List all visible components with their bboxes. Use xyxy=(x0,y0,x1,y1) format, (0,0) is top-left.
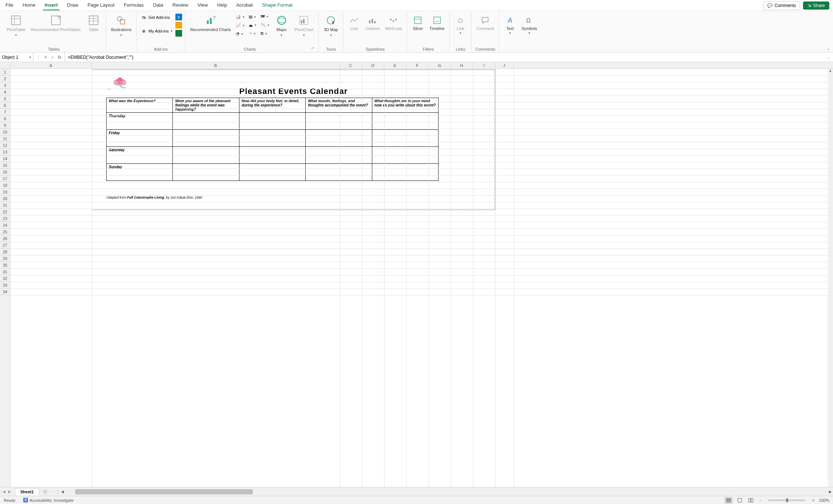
row-header[interactable]: 23 xyxy=(0,215,10,222)
row-header[interactable]: 32 xyxy=(0,275,10,282)
map-chart-button[interactable]: 🗺▾ xyxy=(259,14,271,20)
pie-chart-button[interactable]: ◔▾ xyxy=(235,31,246,37)
row-header[interactable]: 21 xyxy=(0,202,10,209)
column-header[interactable]: H xyxy=(451,62,473,68)
text-button[interactable]: A Text ▾ xyxy=(502,14,518,35)
zoom-slider-thumb[interactable] xyxy=(786,498,788,502)
row-header[interactable]: 14 xyxy=(0,155,10,162)
column-header[interactable]: A xyxy=(10,62,92,68)
fx-icon[interactable]: fx xyxy=(58,54,61,60)
column-header[interactable]: B xyxy=(92,62,340,68)
row-header[interactable]: 29 xyxy=(0,255,10,262)
visio-icon[interactable] xyxy=(175,30,182,37)
row-header[interactable]: 24 xyxy=(0,222,10,229)
row-header[interactable]: 27 xyxy=(0,242,10,248)
select-all-corner[interactable] xyxy=(0,62,10,68)
sparkline-column-button[interactable]: Column xyxy=(364,14,382,32)
sheet-nav-prev[interactable]: ◀ xyxy=(2,489,6,494)
menu-acrobat[interactable]: Acrobat xyxy=(234,0,255,10)
column-header[interactable]: E xyxy=(384,62,406,68)
row-header[interactable]: 15 xyxy=(0,162,10,169)
formula-options-icon[interactable]: ⋮ xyxy=(36,55,41,60)
row-header[interactable]: 22 xyxy=(0,209,10,215)
sparkline-winloss-button[interactable]: Win/Loss xyxy=(383,14,404,32)
menu-view[interactable]: View xyxy=(196,0,210,10)
name-box-input[interactable] xyxy=(2,55,29,60)
table-button[interactable]: Table xyxy=(84,14,103,33)
zoom-out-button[interactable]: − xyxy=(758,498,763,503)
scroll-right-icon[interactable]: ▶ xyxy=(828,490,833,494)
horizontal-scrollbar-thumb[interactable] xyxy=(75,489,253,494)
row-header[interactable]: 18 xyxy=(0,182,10,189)
row-header[interactable]: 20 xyxy=(0,195,10,202)
row-header[interactable]: 28 xyxy=(0,248,10,255)
row-header[interactable]: 13 xyxy=(0,149,10,155)
column-header[interactable]: F xyxy=(406,62,429,68)
illustrations-button[interactable]: Illustrations ▾ xyxy=(109,14,134,38)
row-header[interactable]: 2 xyxy=(0,75,10,82)
sheet-nav-next[interactable]: ▶ xyxy=(7,489,12,494)
recommended-charts-button[interactable]: ? Recommended Charts xyxy=(188,14,233,33)
row-header[interactable]: 10 xyxy=(0,129,10,135)
3d-map-button[interactable]: 3D Map ▾ xyxy=(322,14,340,38)
zoom-slider[interactable] xyxy=(768,500,805,501)
my-addins-button[interactable]: ⊕ My Add-ins ▾ xyxy=(140,27,173,35)
menu-review[interactable]: Review xyxy=(171,0,190,10)
zoom-level[interactable]: 100% xyxy=(819,498,829,503)
row-header[interactable]: 26 xyxy=(0,235,10,242)
ribbon-collapse-button[interactable]: ⌄ xyxy=(827,46,830,51)
zoom-in-button[interactable]: + xyxy=(810,498,816,503)
row-header[interactable]: 16 xyxy=(0,169,10,175)
area-chart-button[interactable]: ⛰▾ xyxy=(248,22,258,28)
pivotchart-button[interactable]: PivotChart ▾ xyxy=(293,14,315,38)
formula-input[interactable] xyxy=(68,55,821,60)
bing-icon[interactable]: b xyxy=(175,14,182,20)
pivottable-button[interactable]: PivotTable ▾ xyxy=(5,14,27,38)
row-header[interactable]: 33 xyxy=(0,282,10,288)
share-button[interactable]: ⇲ Share xyxy=(803,1,829,10)
column-header[interactable]: J xyxy=(495,62,514,68)
row-header[interactable]: 31 xyxy=(0,268,10,275)
normal-view-button[interactable] xyxy=(725,497,733,504)
horizontal-scrollbar-track[interactable] xyxy=(71,489,822,494)
page-layout-view-button[interactable] xyxy=(736,497,744,504)
link-button[interactable]: Link ▾ xyxy=(453,14,468,35)
row-header[interactable]: 4 xyxy=(0,89,10,95)
accessibility-status[interactable]: ♿ Accessibility: Investigate xyxy=(23,498,74,503)
maps-button[interactable]: Maps ▾ xyxy=(272,14,291,38)
line-chart-button[interactable]: 📈▾ xyxy=(235,22,246,28)
scroll-up-icon[interactable]: ▲ xyxy=(828,69,833,74)
column-header[interactable]: I xyxy=(473,62,495,68)
menu-shape-format[interactable]: Shape Format xyxy=(260,0,294,10)
column-header[interactable]: D xyxy=(362,62,384,68)
enter-icon[interactable]: ✓ xyxy=(51,54,55,60)
embedded-acrobat-object[interactable]: K.1 Pleasant Events Calendar What was th… xyxy=(92,70,495,210)
grid-cells[interactable]: K.1 Pleasant Events Calendar What was th… xyxy=(10,69,833,487)
row-header[interactable]: 6 xyxy=(0,102,10,109)
row-header[interactable]: 25 xyxy=(0,229,10,235)
row-header[interactable]: 19 xyxy=(0,189,10,195)
menu-data[interactable]: Data xyxy=(151,0,165,10)
row-header[interactable]: 30 xyxy=(0,262,10,268)
vertical-scrollbar[interactable]: ▲ xyxy=(828,69,833,487)
menu-insert[interactable]: Insert xyxy=(43,0,60,10)
menu-formulas[interactable]: Formulas xyxy=(122,0,145,10)
row-header[interactable]: 5 xyxy=(0,95,10,102)
row-header[interactable]: 3 xyxy=(0,82,10,89)
menu-help[interactable]: Help xyxy=(215,0,229,10)
menu-home[interactable]: Home xyxy=(21,0,37,10)
column-header[interactable]: G xyxy=(429,62,451,68)
bar-chart-button[interactable]: ▤▾ xyxy=(248,14,258,20)
sheet-tabs-divider[interactable]: ⋮ xyxy=(56,489,60,494)
recommended-pivottables-button[interactable]: ? Recommended PivotTables xyxy=(29,14,83,33)
row-header[interactable]: 9 xyxy=(0,122,10,129)
sparkline-line-button[interactable]: Line xyxy=(346,14,362,32)
scroll-left-icon[interactable]: ◀ xyxy=(60,490,65,494)
menu-draw[interactable]: Draw xyxy=(65,0,80,10)
name-box-dropdown[interactable]: ▾ xyxy=(29,55,31,59)
stock-chart-button[interactable]: 📉▾ xyxy=(259,22,271,28)
timeline-button[interactable]: Timeline xyxy=(427,14,446,32)
comments-button[interactable]: 💬 Comments xyxy=(763,1,800,10)
column-chart-button[interactable]: 📊▾ xyxy=(235,14,246,20)
charts-dialog-launcher[interactable]: ⤢ xyxy=(311,46,315,52)
